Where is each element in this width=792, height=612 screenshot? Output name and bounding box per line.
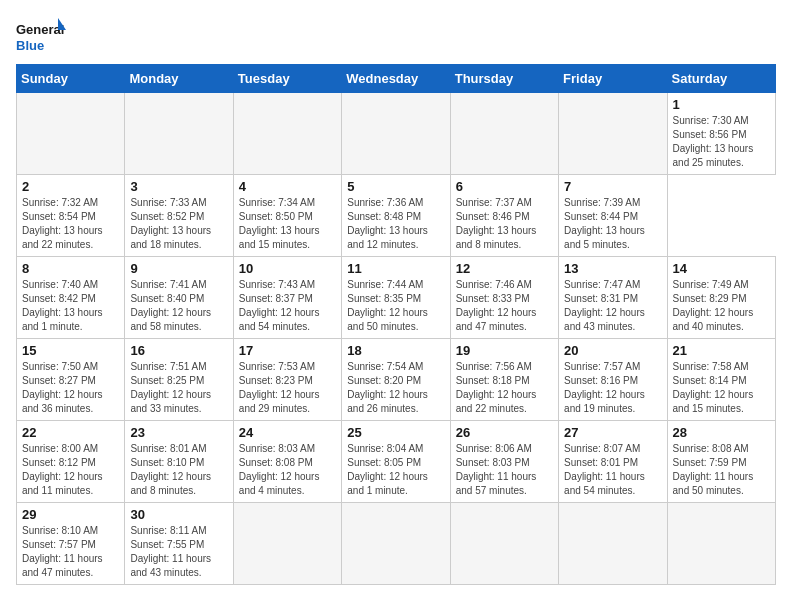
calendar-cell: 7Sunrise: 7:39 AMSunset: 8:44 PMDaylight… [559, 175, 667, 257]
day-number: 18 [347, 343, 444, 358]
day-number: 29 [22, 507, 119, 522]
calendar-cell: 5Sunrise: 7:36 AMSunset: 8:48 PMDaylight… [342, 175, 450, 257]
day-number: 13 [564, 261, 661, 276]
day-info: Sunrise: 7:51 AMSunset: 8:25 PMDaylight:… [130, 360, 227, 416]
calendar-cell: 23Sunrise: 8:01 AMSunset: 8:10 PMDayligh… [125, 421, 233, 503]
day-info: Sunrise: 7:49 AMSunset: 8:29 PMDaylight:… [673, 278, 770, 334]
empty-cell [17, 93, 125, 175]
day-number: 20 [564, 343, 661, 358]
calendar-week-row: 2Sunrise: 7:32 AMSunset: 8:54 PMDaylight… [17, 175, 776, 257]
day-info: Sunrise: 7:54 AMSunset: 8:20 PMDaylight:… [347, 360, 444, 416]
day-info: Sunrise: 7:39 AMSunset: 8:44 PMDaylight:… [564, 196, 661, 252]
day-info: Sunrise: 7:53 AMSunset: 8:23 PMDaylight:… [239, 360, 336, 416]
day-info: Sunrise: 8:10 AMSunset: 7:57 PMDaylight:… [22, 524, 119, 580]
day-info: Sunrise: 7:47 AMSunset: 8:31 PMDaylight:… [564, 278, 661, 334]
day-info: Sunrise: 7:33 AMSunset: 8:52 PMDaylight:… [130, 196, 227, 252]
calendar-cell: 20Sunrise: 7:57 AMSunset: 8:16 PMDayligh… [559, 339, 667, 421]
calendar-cell: 16Sunrise: 7:51 AMSunset: 8:25 PMDayligh… [125, 339, 233, 421]
calendar-cell [450, 503, 558, 585]
calendar-cell [233, 503, 341, 585]
calendar-cell [559, 503, 667, 585]
calendar-cell: 27Sunrise: 8:07 AMSunset: 8:01 PMDayligh… [559, 421, 667, 503]
logo: General Blue [16, 16, 66, 56]
calendar-cell [342, 503, 450, 585]
empty-cell [559, 93, 667, 175]
day-number: 7 [564, 179, 661, 194]
calendar-cell: 21Sunrise: 7:58 AMSunset: 8:14 PMDayligh… [667, 339, 775, 421]
calendar-cell: 26Sunrise: 8:06 AMSunset: 8:03 PMDayligh… [450, 421, 558, 503]
calendar-cell: 10Sunrise: 7:43 AMSunset: 8:37 PMDayligh… [233, 257, 341, 339]
day-number: 11 [347, 261, 444, 276]
header-sunday: Sunday [17, 65, 125, 93]
calendar-week-row: 15Sunrise: 7:50 AMSunset: 8:27 PMDayligh… [17, 339, 776, 421]
calendar-cell: 22Sunrise: 8:00 AMSunset: 8:12 PMDayligh… [17, 421, 125, 503]
day-info: Sunrise: 7:50 AMSunset: 8:27 PMDaylight:… [22, 360, 119, 416]
day-info: Sunrise: 7:57 AMSunset: 8:16 PMDaylight:… [564, 360, 661, 416]
calendar-cell: 8Sunrise: 7:40 AMSunset: 8:42 PMDaylight… [17, 257, 125, 339]
day-number: 24 [239, 425, 336, 440]
day-number: 17 [239, 343, 336, 358]
day-number: 14 [673, 261, 770, 276]
calendar-week-row: 8Sunrise: 7:40 AMSunset: 8:42 PMDaylight… [17, 257, 776, 339]
day-number: 8 [22, 261, 119, 276]
logo-svg: General Blue [16, 16, 66, 56]
day-info: Sunrise: 8:08 AMSunset: 7:59 PMDaylight:… [673, 442, 770, 498]
day-info: Sunrise: 8:03 AMSunset: 8:08 PMDaylight:… [239, 442, 336, 498]
day-number: 9 [130, 261, 227, 276]
calendar-cell: 14Sunrise: 7:49 AMSunset: 8:29 PMDayligh… [667, 257, 775, 339]
day-info: Sunrise: 8:04 AMSunset: 8:05 PMDaylight:… [347, 442, 444, 498]
calendar-cell: 29Sunrise: 8:10 AMSunset: 7:57 PMDayligh… [17, 503, 125, 585]
calendar-cell: 12Sunrise: 7:46 AMSunset: 8:33 PMDayligh… [450, 257, 558, 339]
day-number: 25 [347, 425, 444, 440]
calendar-week-row: 29Sunrise: 8:10 AMSunset: 7:57 PMDayligh… [17, 503, 776, 585]
calendar-cell: 25Sunrise: 8:04 AMSunset: 8:05 PMDayligh… [342, 421, 450, 503]
day-info: Sunrise: 8:06 AMSunset: 8:03 PMDaylight:… [456, 442, 553, 498]
day-number: 28 [673, 425, 770, 440]
day-number: 26 [456, 425, 553, 440]
calendar-cell: 11Sunrise: 7:44 AMSunset: 8:35 PMDayligh… [342, 257, 450, 339]
calendar-cell: 18Sunrise: 7:54 AMSunset: 8:20 PMDayligh… [342, 339, 450, 421]
day-info: Sunrise: 8:11 AMSunset: 7:55 PMDaylight:… [130, 524, 227, 580]
calendar-cell: 3Sunrise: 7:33 AMSunset: 8:52 PMDaylight… [125, 175, 233, 257]
day-info: Sunrise: 8:07 AMSunset: 8:01 PMDaylight:… [564, 442, 661, 498]
day-info: Sunrise: 8:01 AMSunset: 8:10 PMDaylight:… [130, 442, 227, 498]
calendar-cell: 6Sunrise: 7:37 AMSunset: 8:46 PMDaylight… [450, 175, 558, 257]
empty-cell [233, 93, 341, 175]
day-number: 16 [130, 343, 227, 358]
day-info: Sunrise: 7:58 AMSunset: 8:14 PMDaylight:… [673, 360, 770, 416]
day-info: Sunrise: 7:43 AMSunset: 8:37 PMDaylight:… [239, 278, 336, 334]
day-number: 27 [564, 425, 661, 440]
day-number: 2 [22, 179, 119, 194]
day-number: 21 [673, 343, 770, 358]
header-monday: Monday [125, 65, 233, 93]
empty-cell [342, 93, 450, 175]
day-info: Sunrise: 7:36 AMSunset: 8:48 PMDaylight:… [347, 196, 444, 252]
day-number: 22 [22, 425, 119, 440]
calendar-cell: 30Sunrise: 8:11 AMSunset: 7:55 PMDayligh… [125, 503, 233, 585]
header-tuesday: Tuesday [233, 65, 341, 93]
calendar-header-row: SundayMondayTuesdayWednesdayThursdayFrid… [17, 65, 776, 93]
calendar-cell: 15Sunrise: 7:50 AMSunset: 8:27 PMDayligh… [17, 339, 125, 421]
day-number: 5 [347, 179, 444, 194]
day-number: 12 [456, 261, 553, 276]
day-number: 15 [22, 343, 119, 358]
calendar-week-row: 22Sunrise: 8:00 AMSunset: 8:12 PMDayligh… [17, 421, 776, 503]
calendar-cell: 19Sunrise: 7:56 AMSunset: 8:18 PMDayligh… [450, 339, 558, 421]
day-info: Sunrise: 7:34 AMSunset: 8:50 PMDaylight:… [239, 196, 336, 252]
calendar-cell: 24Sunrise: 8:03 AMSunset: 8:08 PMDayligh… [233, 421, 341, 503]
day-info: Sunrise: 7:44 AMSunset: 8:35 PMDaylight:… [347, 278, 444, 334]
day-info: Sunrise: 7:40 AMSunset: 8:42 PMDaylight:… [22, 278, 119, 334]
calendar-cell: 1Sunrise: 7:30 AMSunset: 8:56 PMDaylight… [667, 93, 775, 175]
header-friday: Friday [559, 65, 667, 93]
day-info: Sunrise: 7:46 AMSunset: 8:33 PMDaylight:… [456, 278, 553, 334]
header-thursday: Thursday [450, 65, 558, 93]
day-info: Sunrise: 7:56 AMSunset: 8:18 PMDaylight:… [456, 360, 553, 416]
svg-marker-2 [58, 18, 66, 30]
day-info: Sunrise: 7:32 AMSunset: 8:54 PMDaylight:… [22, 196, 119, 252]
day-info: Sunrise: 7:30 AMSunset: 8:56 PMDaylight:… [673, 114, 770, 170]
svg-text:General: General [16, 22, 64, 37]
calendar-cell [667, 503, 775, 585]
day-number: 10 [239, 261, 336, 276]
calendar-week-row: 1Sunrise: 7:30 AMSunset: 8:56 PMDaylight… [17, 93, 776, 175]
day-info: Sunrise: 7:41 AMSunset: 8:40 PMDaylight:… [130, 278, 227, 334]
